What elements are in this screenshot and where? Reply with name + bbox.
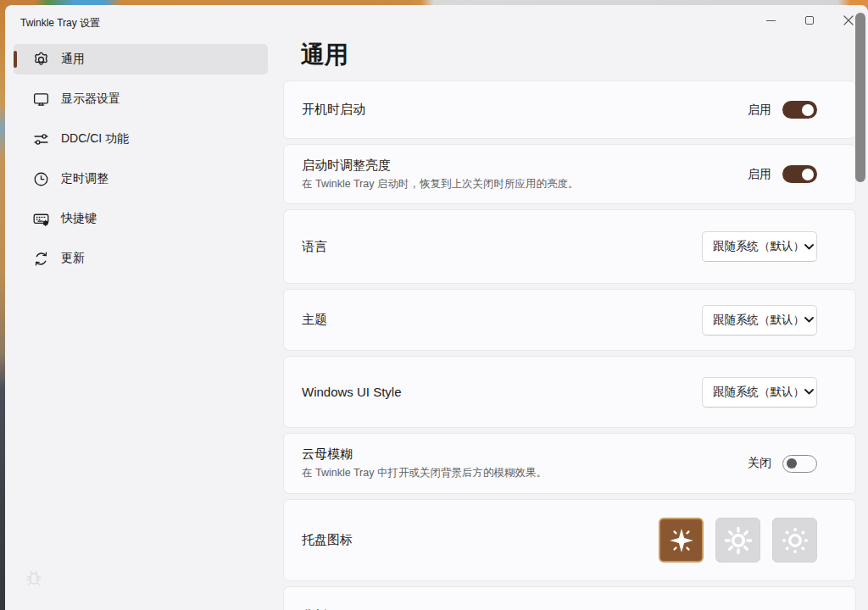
toggle-knob bbox=[802, 104, 814, 116]
setting-row-mica-blur: 云母模糊 在 Twinkle Tray 中打开或关闭背景后方的模糊效果。 关闭 bbox=[283, 433, 856, 494]
sidebar-item-monitor-settings[interactable]: 显示器设置 bbox=[14, 84, 268, 114]
minimize-button[interactable] bbox=[751, 5, 790, 36]
setting-label: 主题 bbox=[302, 312, 702, 328]
window-title: Twinkle Tray 设置 bbox=[20, 16, 100, 30]
chevron-down-icon bbox=[804, 317, 814, 323]
dropdown-selected-value: 跟随系统（默认） bbox=[713, 239, 804, 254]
scrollbar-thumb[interactable] bbox=[855, 13, 865, 182]
sidebar-item-hotkeys[interactable]: 快捷键 bbox=[14, 203, 268, 234]
sidebar-item-update[interactable]: 更新 bbox=[14, 243, 268, 274]
startup-brightness-toggle[interactable] bbox=[782, 165, 817, 183]
sidebar-item-label: 显示器设置 bbox=[61, 92, 120, 107]
clock-icon bbox=[32, 170, 50, 188]
sidebar-item-label: 快捷键 bbox=[61, 211, 97, 226]
mica-blur-toggle[interactable] bbox=[782, 455, 817, 473]
twinkle-star-icon bbox=[667, 526, 696, 555]
sidebar-item-label: 通用 bbox=[61, 52, 85, 67]
window-controls bbox=[751, 5, 868, 36]
refresh-icon bbox=[32, 250, 50, 268]
sidebar-item-ddcci[interactable]: DDC/CI 功能 bbox=[14, 124, 268, 154]
dropdown-selected-value: 跟随系统（默认） bbox=[713, 313, 804, 328]
setting-label: Windows UI Style bbox=[302, 385, 702, 399]
setting-label: 开机时启动 bbox=[302, 102, 748, 118]
toggle-knob bbox=[787, 458, 797, 469]
bug-icon[interactable] bbox=[24, 568, 44, 588]
sidebar-item-general[interactable]: 通用 bbox=[14, 44, 268, 75]
toggle-state-label: 关闭 bbox=[748, 456, 771, 471]
setting-row-startup-brightness: 启动时调整亮度 在 Twinkle Tray 启动时，恢复到上次关闭时所应用的亮… bbox=[283, 144, 856, 204]
chevron-down-icon bbox=[804, 389, 814, 395]
setting-label: 云母模糊 bbox=[302, 446, 748, 463]
setting-label: 启动时调整亮度 bbox=[302, 158, 748, 174]
chevron-down-icon bbox=[804, 244, 814, 250]
setting-label: 语言 bbox=[302, 239, 702, 255]
gear-icon bbox=[32, 51, 50, 69]
toggle-state-label: 启用 bbox=[748, 167, 771, 182]
tray-icon-option-twinkle-star[interactable] bbox=[659, 518, 704, 563]
dropdown-selected-value: 跟随系统（默认） bbox=[713, 385, 804, 400]
desktop: Twinkle Tray 设置 通用 bbox=[0, 0, 868, 610]
maximize-button[interactable] bbox=[790, 5, 829, 36]
setting-label: 托盘图标 bbox=[302, 532, 659, 548]
launch-at-startup-toggle[interactable] bbox=[782, 101, 817, 119]
setting-row-launch-at-startup: 开机时启动 启用 bbox=[283, 80, 856, 139]
sidebar-item-label: 定时调整 bbox=[61, 171, 108, 186]
page-title: 通用 bbox=[301, 39, 348, 71]
setting-row-tray-icon: 托盘图标 bbox=[283, 499, 856, 581]
sidebar-item-label: 更新 bbox=[61, 251, 85, 266]
twinkle-tray-settings-window: Twinkle Tray 设置 通用 bbox=[5, 5, 868, 610]
settings-list: 开机时启动 启用 启动时调整亮度 在 Twinkle Tray 启动时，恢复到上… bbox=[283, 80, 856, 610]
setting-row-language: 语言 跟随系统（默认） bbox=[283, 209, 856, 284]
theme-dropdown[interactable]: 跟随系统（默认） bbox=[702, 305, 817, 336]
close-icon bbox=[843, 15, 854, 25]
selected-indicator bbox=[14, 51, 17, 68]
sidebar-item-time-adjust[interactable]: 定时调整 bbox=[14, 164, 268, 194]
language-dropdown[interactable]: 跟随系统（默认） bbox=[702, 231, 817, 262]
maximize-icon bbox=[805, 16, 814, 25]
sidebar-item-label: DDC/CI 功能 bbox=[61, 131, 129, 147]
setting-row-analytics: 分析 bbox=[283, 586, 856, 610]
toggle-knob bbox=[802, 169, 814, 180]
sun-dotted-rays-icon bbox=[780, 525, 810, 556]
sidebar: 通用 显示器设置 DDC/CI 功能 定时调整 bbox=[14, 44, 268, 283]
titlebar[interactable]: Twinkle Tray 设置 bbox=[5, 5, 868, 39]
minimize-icon bbox=[766, 20, 776, 21]
tray-icon-picker bbox=[659, 518, 817, 563]
sliders-icon bbox=[32, 130, 50, 148]
setting-description: 在 Twinkle Tray 启动时，恢复到上次关闭时所应用的亮度。 bbox=[302, 177, 748, 191]
monitor-icon bbox=[32, 91, 50, 108]
setting-description: 在 Twinkle Tray 中打开或关闭背景后方的模糊效果。 bbox=[302, 466, 748, 480]
toggle-state-label: 启用 bbox=[748, 103, 771, 118]
keyboard-icon bbox=[32, 210, 50, 228]
sun-rays-icon bbox=[723, 525, 754, 556]
setting-row-windows-ui-style: Windows UI Style 跟随系统（默认） bbox=[283, 356, 856, 428]
tray-icon-option-sun-dotted-rays[interactable] bbox=[772, 518, 817, 563]
setting-row-theme: 主题 跟随系统（默认） bbox=[283, 289, 856, 351]
tray-icon-option-sun-rays[interactable] bbox=[715, 518, 760, 563]
windows-ui-style-dropdown[interactable]: 跟随系统（默认） bbox=[702, 377, 817, 408]
